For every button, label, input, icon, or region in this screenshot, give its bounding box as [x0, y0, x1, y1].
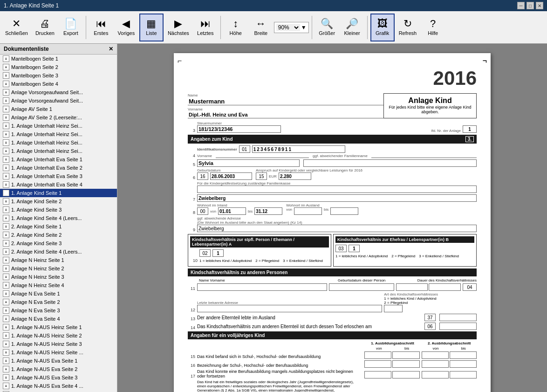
sidebar-item-5[interactable]: ≡Anlage Vorsorgeaufwand Seit... — [0, 96, 117, 105]
sidebar-close-btn[interactable]: ✕ — [109, 46, 113, 52]
sidebar-item-18[interactable]: ≡1. Anlage Kind Seite 3 — [0, 206, 117, 214]
col-row-num-spacer — [188, 278, 197, 282]
familienname-value — [303, 159, 477, 167]
sidebar-item-11[interactable]: ≡1. Anlage Unterhalt Heinz Sei... — [0, 147, 117, 155]
last-button[interactable]: ⏭ Letztes — [193, 14, 218, 41]
prev-button[interactable]: ◀ Voriges — [114, 14, 138, 41]
first-button[interactable]: ⏮ Erstes — [89, 14, 113, 41]
sidebar-item-icon-2: ≡ — [3, 72, 9, 79]
close-btn[interactable]: ✕ — [536, 2, 543, 9]
sidebar-item-26[interactable]: ≡Anlage N Heinz Seite 3 — [0, 273, 117, 281]
height-button[interactable]: ↕ Höhe — [224, 14, 248, 41]
help-button[interactable]: ? Hilfe — [421, 14, 445, 41]
sidebar-item-22[interactable]: ≡2. Anlage Kind Seite 3 — [0, 239, 117, 248]
sidebar-item-24[interactable]: ≡Anlage N Heinz Seite 1 — [0, 256, 117, 264]
export-button[interactable]: 📄 Export — [59, 14, 83, 41]
sidebar-item-27[interactable]: ≡Anlage N Heinz Seite 4 — [0, 281, 117, 289]
row-17: 17 Das Kind konnte eine Berufsausbildung… — [188, 369, 477, 378]
close-button[interactable]: ✕ Schließen — [2, 14, 31, 41]
larger-button[interactable]: 🔍 Größer — [315, 14, 339, 41]
sidebar-item-icon-36: ≡ — [3, 358, 9, 364]
sidebar-item-20[interactable]: ≡2. Anlage Kind Seite 1 — [0, 222, 117, 231]
sidebar-item-2[interactable]: ≡Mantelbogen Seite 3 — [0, 71, 117, 80]
sidebar-item-36[interactable]: ≡1. Anlage N-AUS Eva Seite 1 — [0, 357, 117, 365]
ident-label: Identifikationsnummer — [197, 147, 237, 151]
zoom-select[interactable]: 50% 75% 90% 100% 125% 150% — [276, 24, 300, 31]
sidebar-item-29[interactable]: ≡Anlage N Eva Seite 2 — [0, 298, 117, 306]
graphic-icon: 🖼 — [377, 19, 388, 29]
sidebar-item-15[interactable]: ≡1. Anlage Unterhalt Eva Seite 4 — [0, 180, 117, 189]
sidebar-item-10[interactable]: ≡1. Anlage Unterhalt Heinz Sei... — [0, 138, 117, 147]
sidebar-item-32[interactable]: ≡1. Anlage N-AUS Heinz Seite 1 — [0, 323, 117, 331]
sidebar-item-4[interactable]: ≡Anlage Vorsorgeaufwand Seit... — [0, 88, 117, 96]
smaller-button[interactable]: 🔎 Kleiner — [340, 14, 364, 41]
separator-4 — [367, 16, 368, 39]
sidebar-item-23[interactable]: ≡2. Anlage Kind Seite 4 (Leers... — [0, 248, 117, 256]
sidebar-item-33[interactable]: ≡1. Anlage N-AUS Heinz Seite 2 — [0, 331, 117, 340]
corner-tr-mark: ¬ — [483, 57, 487, 65]
sidebar-item-21[interactable]: ≡2. Anlage Kind Seite 2 — [0, 231, 117, 239]
sidebar-item-9[interactable]: ≡1. Anlage Unterhalt Heinz Sei... — [0, 130, 117, 138]
first-label: Erstes — [94, 30, 108, 36]
next-button[interactable]: ▶ Nächstes — [164, 14, 192, 41]
sidebar-item-icon-13: ≡ — [3, 165, 9, 171]
sidebar-item-30[interactable]: ≡Anlage N Eva Seite 3 — [0, 306, 117, 315]
graphic-button[interactable]: 🖼 Grafik — [370, 14, 395, 41]
wohnort-ausland-von — [294, 207, 322, 215]
height-icon: ↕ — [233, 19, 238, 29]
sidebar-item-1[interactable]: ≡Mantelbogen Seite 2 — [0, 63, 117, 71]
sidebar-item-icon-34: ≡ — [3, 341, 9, 347]
sidebar-item-40[interactable]: ≡Anlage KAP Heinz Seite 1 — [0, 390, 117, 392]
refresh-button[interactable]: ↻ Refresh — [396, 14, 420, 41]
list-button[interactable]: ▦ Liste — [139, 14, 164, 41]
sidebar-item-13[interactable]: ≡1. Anlage Unterhalt Eva Seite 2 — [0, 164, 117, 172]
row-17-val3 — [422, 371, 449, 378]
sidebar-item-label-22: 2. Anlage Kind Seite 3 — [11, 241, 62, 246]
sidebar-item-0[interactable]: ≡Mantelbogen Seite 1 — [0, 55, 117, 63]
kindschaft-a-row: 10 02 1 1 = leibliches Kind / Adoptivkin… — [190, 249, 329, 263]
sidebar-item-25[interactable]: ≡Anlage N Heinz Seite 2 — [0, 264, 117, 273]
sidebar-item-icon-26: ≡ — [3, 274, 9, 280]
sidebar-item-6[interactable]: ≡Anlage AV Seite 1 — [0, 105, 117, 113]
maximize-btn[interactable]: □ — [526, 2, 534, 9]
sidebar-item-14[interactable]: ≡1. Anlage Unterhalt Eva Seite 3 — [0, 172, 117, 180]
content-area[interactable]: ⌐ ¬ 2016 Name Mustermann Vorname Dipl.-H… — [117, 44, 547, 392]
row-13: 13 Der andere Elternteil lebte im Auslan… — [188, 314, 477, 321]
sidebar-item-16[interactable]: ≡1. Anlage Kind Seite 1 — [0, 189, 117, 197]
minimize-btn[interactable]: ─ — [517, 2, 525, 9]
corner-tl-mark: ⌐ — [178, 57, 182, 65]
sidebar-item-28[interactable]: ≡Anlage N Eva Seite 1 — [0, 289, 117, 298]
zoom-selector[interactable]: 50% 75% 90% 100% 125% 150% ▼ — [274, 22, 309, 33]
sidebar-item-label-6: Anlage AV Seite 1 — [11, 106, 52, 112]
sidebar-item-3[interactable]: ≡Mantelbogen Seite 4 — [0, 80, 117, 88]
prev-label: Voriges — [118, 30, 135, 36]
sidebar-item-icon-19: ≡ — [3, 215, 9, 221]
ausbildung1-header: 1. Ausbildungsabschnitt — [365, 341, 420, 345]
kindschaft-andere-header: Kindschaftsverhältnis zu anderen Persone… — [188, 268, 477, 276]
sidebar-item-19[interactable]: ≡1. Anlage Kind Seite 4 (Leers... — [0, 214, 117, 222]
row-16-val4 — [450, 360, 477, 368]
sidebar-item-17[interactable]: ≡1. Anlage Kind Seite 2 — [0, 197, 117, 206]
wohnort-inland-prefix: 00 — [197, 207, 208, 215]
row-11-name — [197, 283, 327, 291]
print-button[interactable]: 🖨 Drucken — [32, 14, 58, 41]
sidebar-item-31[interactable]: ≡Anlage N Eva Seite 4 — [0, 315, 117, 323]
width-button[interactable]: ↔ Breite — [249, 14, 273, 41]
kindschaft-b-row: 03 1 1 = leibliches Kind / Adoptivkind 2… — [335, 245, 474, 258]
sidebar-list[interactable]: ≡Mantelbogen Seite 1≡Mantelbogen Seite 2… — [0, 55, 117, 392]
sidebar-item-35[interactable]: ≡1. Anlage N-AUS Heinz Seite ... — [0, 348, 117, 357]
section-kind-header: Angaben zum Kind 3. — [188, 135, 477, 144]
sidebar-item-icon-8: ≡ — [3, 123, 9, 129]
width-icon: ↔ — [256, 19, 266, 29]
sidebar-item-37[interactable]: ≡1. Anlage N-AUS Eva Seite 2 — [0, 365, 117, 373]
sidebar-item-39[interactable]: ≡1. Anlage N-AUS Eva Seite 4 ... — [0, 382, 117, 390]
sidebar-item-7[interactable]: ≡Anlage AV Seite 2 (Leerseite:... — [0, 113, 117, 122]
sidebar-item-38[interactable]: ≡1. Anlage N-AUS Eva Seite 3 — [0, 373, 117, 382]
sidebar-item-12[interactable]: ≡1. Anlage Unterhalt Eva Seite 1 — [0, 155, 117, 164]
kindschaft-a-opt1: 1 = leibliches Kind / Adoptivkind — [199, 259, 252, 263]
kindergeld-betrag: 2.280 — [279, 172, 311, 180]
sidebar-item-label-38: 1. Anlage N-AUS Eva Seite 3 — [11, 375, 77, 380]
sidebar-item-34[interactable]: ≡1. Anlage N-AUS Heinz Seite 3 — [0, 340, 117, 348]
sidebar-item-8[interactable]: ≡1. Anlage Unterhalt Heinz Sei... — [0, 122, 117, 130]
kindschaft-section: Kindschaftsverhältnis zur stpfl. Person … — [188, 234, 477, 267]
